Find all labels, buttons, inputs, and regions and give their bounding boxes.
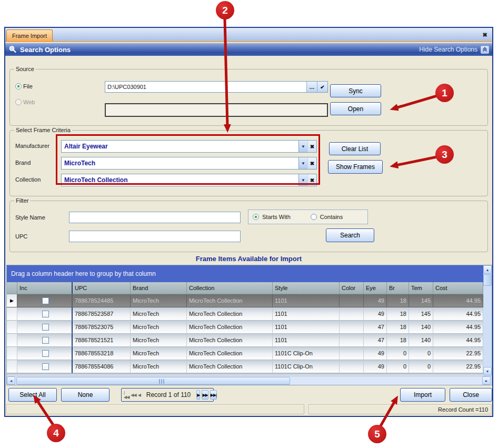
scroll-left-icon[interactable]: ◄	[7, 376, 15, 385]
table-row[interactable]: 788678554086 MicroTech MicroTech Collect…	[7, 360, 483, 373]
callout-1: 1	[435, 84, 454, 102]
scroll-up-icon[interactable]: ▲	[483, 265, 492, 274]
column-header-tem[interactable]: Tem	[409, 282, 433, 294]
vertical-scrollbar[interactable]: ▲ ▼	[483, 265, 492, 376]
column-header-brand[interactable]: Brand	[131, 282, 187, 294]
last-record-icon[interactable]: ▶▶|	[210, 390, 217, 400]
br-cell: 18	[387, 307, 409, 321]
match-mode-box: Starts With Contains	[248, 210, 368, 224]
table-row[interactable]: 788678523075 MicroTech MicroTech Collect…	[7, 321, 483, 334]
include-cell[interactable]	[17, 307, 73, 321]
select-all-button[interactable]: Select All	[8, 388, 57, 402]
tab-frame-import[interactable]: Frame Import	[6, 29, 53, 41]
close-button[interactable]: Close	[450, 388, 492, 402]
sync-button[interactable]: Sync	[330, 84, 381, 97]
file-path-field[interactable]: D:\UPC030901 … ✔	[105, 81, 328, 93]
column-header-cost[interactable]: Cost	[433, 282, 483, 294]
eye-cell: 49	[364, 347, 387, 360]
scroll-right-icon[interactable]: ►	[482, 376, 491, 385]
previous-record-icon[interactable]: ◀	[138, 393, 141, 397]
include-cell[interactable]	[17, 360, 73, 373]
upc-cell: 788678524485	[73, 294, 131, 307]
eye-cell: 49	[364, 307, 387, 321]
column-header-color[interactable]: Color	[340, 282, 364, 294]
record-navigator: |◀◀ ◀◀ ◀ Record 1 of 110 ▶ ▶▶ ▶▶|	[121, 388, 214, 402]
check-icon[interactable]: ✔	[317, 82, 327, 92]
upc-cell: 788678523587	[73, 307, 131, 321]
grid-header-row: Inc UPC Brand Collection Style Color Eye…	[7, 282, 483, 294]
browse-ellipsis-button[interactable]: …	[306, 82, 317, 92]
eye-cell: 47	[364, 321, 387, 334]
collapse-icon[interactable]	[481, 46, 489, 54]
include-checkbox[interactable]	[42, 337, 49, 344]
search-icon	[8, 45, 17, 54]
include-cell[interactable]	[17, 347, 73, 360]
clear-list-button[interactable]: Clear List	[329, 142, 381, 155]
include-cell[interactable]	[17, 334, 73, 347]
forward-records-icon[interactable]: ▶▶	[202, 390, 208, 400]
column-header-collection[interactable]: Collection	[187, 282, 273, 294]
style-name-input[interactable]	[69, 212, 241, 223]
color-cell	[340, 294, 364, 307]
close-icon[interactable]: ✖	[481, 31, 489, 39]
include-checkbox[interactable]	[42, 311, 49, 317]
brand-label: Brand	[15, 160, 31, 166]
tem-cell: 145	[409, 294, 433, 307]
contains-radio[interactable]	[311, 214, 317, 220]
include-cell[interactable]	[17, 294, 73, 307]
column-header-eye[interactable]: Eye	[364, 282, 387, 294]
upc-filter-label: UPC	[15, 233, 27, 240]
tem-cell: 145	[409, 307, 433, 321]
open-button[interactable]: Open	[330, 102, 381, 115]
include-checkbox[interactable]	[42, 363, 49, 370]
include-checkbox[interactable]	[42, 350, 49, 357]
starts-with-label: Starts With	[262, 214, 291, 220]
show-frames-button[interactable]: Show Frames	[328, 160, 383, 174]
upc-cell: 788678554086	[73, 360, 131, 373]
table-row[interactable]: 788678521521 MicroTech MicroTech Collect…	[7, 334, 483, 347]
column-header-style[interactable]: Style	[273, 282, 340, 294]
table-row[interactable]: 788678523587 MicroTech MicroTech Collect…	[7, 307, 483, 321]
upc-input[interactable]	[69, 231, 241, 242]
file-radio[interactable]: File	[15, 83, 33, 89]
column-header-inc[interactable]: Inc	[17, 282, 73, 294]
column-header-br[interactable]: Br	[387, 282, 409, 294]
include-checkbox[interactable]	[42, 324, 49, 331]
include-cell[interactable]	[17, 321, 73, 334]
table-row[interactable]: 788678553218 MicroTech MicroTech Collect…	[7, 347, 483, 360]
import-button[interactable]: Import	[400, 388, 445, 402]
cost-cell: 22.95	[433, 347, 483, 360]
status-bar: Record Count =110	[5, 404, 492, 415]
hide-search-options-link[interactable]: Hide Search Options	[419, 46, 477, 53]
br-cell: 0	[387, 347, 409, 360]
file-radio-icon[interactable]	[15, 83, 22, 89]
first-record-icon[interactable]: |◀◀	[124, 390, 129, 400]
grid-title: Frame Items Available for Import	[5, 255, 492, 263]
search-button[interactable]: Search	[326, 228, 374, 242]
vertical-scroll-thumb[interactable]	[483, 274, 492, 286]
source-group-label: Source	[14, 66, 36, 72]
collection-label: Collection	[15, 176, 41, 183]
manufacturer-label: Manufacturer	[15, 143, 49, 149]
style-cell: 1101C Clip-On	[273, 360, 340, 373]
none-button[interactable]: None	[61, 388, 109, 402]
table-row[interactable]: ▶ 788678524485 MicroTech MicroTech Colle…	[7, 294, 483, 307]
criteria-group-label: Select Frame Criteria	[14, 127, 72, 133]
group-by-bar[interactable]: Drag a column header here to group by th…	[7, 265, 483, 282]
next-record-icon[interactable]: ▶	[196, 390, 200, 400]
brand-cell: MicroTech	[131, 294, 187, 307]
horizontal-scrollbar[interactable]: ◄ ►	[7, 376, 492, 385]
file-radio-label: File	[23, 83, 33, 89]
br-cell: 18	[387, 321, 409, 334]
rewind-records-icon[interactable]: ◀◀	[131, 393, 136, 397]
scroll-down-icon[interactable]: ▼	[483, 367, 492, 375]
brand-cell: MicroTech	[131, 307, 187, 321]
starts-with-radio[interactable]	[253, 214, 259, 220]
callout-5: 5	[368, 425, 386, 443]
web-radio-label: Web	[23, 99, 35, 105]
record-count-panel: Record Count =110	[308, 404, 492, 414]
column-header-upc[interactable]: UPC	[73, 282, 131, 294]
horizontal-scroll-thumb[interactable]	[16, 377, 290, 385]
record-position-label: Record 1 of 110	[146, 391, 191, 399]
include-checkbox[interactable]	[42, 297, 49, 304]
